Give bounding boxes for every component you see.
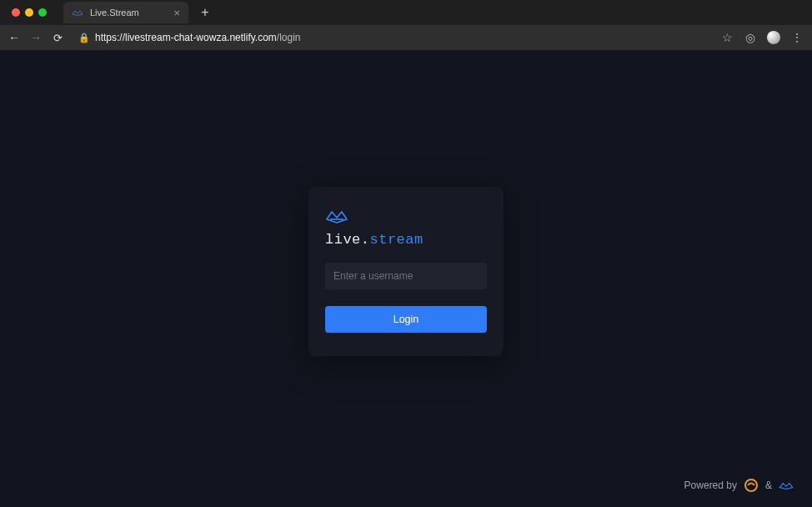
browser-tab[interactable]: Live.Stream × — [63, 2, 188, 23]
footer: Powered by & — [684, 478, 794, 493]
window-close-button[interactable] — [12, 8, 20, 17]
new-tab-button[interactable]: + — [197, 5, 213, 20]
powered-by-label: Powered by — [684, 479, 737, 491]
menu-icon[interactable]: ⋮ — [790, 31, 804, 44]
tab-bar: Live.Stream × + — [0, 0, 812, 25]
username-input[interactable] — [325, 263, 487, 289]
login-card: live.stream Login — [308, 187, 504, 356]
toolbar-right: ☆ ◎ ⋮ — [720, 31, 804, 44]
back-button[interactable]: ← — [8, 31, 20, 44]
stream-boat-icon[interactable] — [779, 478, 794, 493]
window-minimize-button[interactable] — [25, 8, 33, 17]
address-bar: ← → ⟳ 🔒 https://livestream-chat-wowza.ne… — [0, 25, 812, 50]
url-field[interactable]: 🔒 https://livestream-chat-wowza.netlify.… — [73, 32, 710, 43]
window-controls — [7, 8, 52, 17]
logo — [325, 208, 487, 223]
bookmark-icon[interactable]: ☆ — [720, 31, 734, 44]
page-viewport: live.stream Login Powered by & — [0, 51, 812, 507]
tab-close-icon[interactable]: × — [173, 7, 180, 19]
forward-button[interactable]: → — [30, 31, 42, 44]
wowza-icon[interactable] — [744, 478, 759, 493]
profile-avatar[interactable] — [767, 31, 780, 44]
svg-point-1 — [745, 479, 757, 491]
lock-icon: 🔒 — [78, 33, 90, 43]
tab-favicon-icon — [72, 7, 83, 18]
brand-title: live.stream — [325, 232, 487, 248]
login-button[interactable]: Login — [325, 306, 487, 333]
url-text: https://livestream-chat-wowza.netlify.co… — [95, 32, 301, 43]
extension-icon[interactable]: ◎ — [744, 31, 757, 44]
reload-button[interactable]: ⟳ — [52, 32, 63, 44]
tab-title: Live.Stream — [90, 8, 167, 18]
browser-chrome: Live.Stream × + ← → ⟳ 🔒 https://livestre… — [0, 0, 812, 51]
window-maximize-button[interactable] — [38, 8, 47, 17]
boat-icon — [325, 208, 348, 223]
ampersand: & — [765, 479, 772, 491]
